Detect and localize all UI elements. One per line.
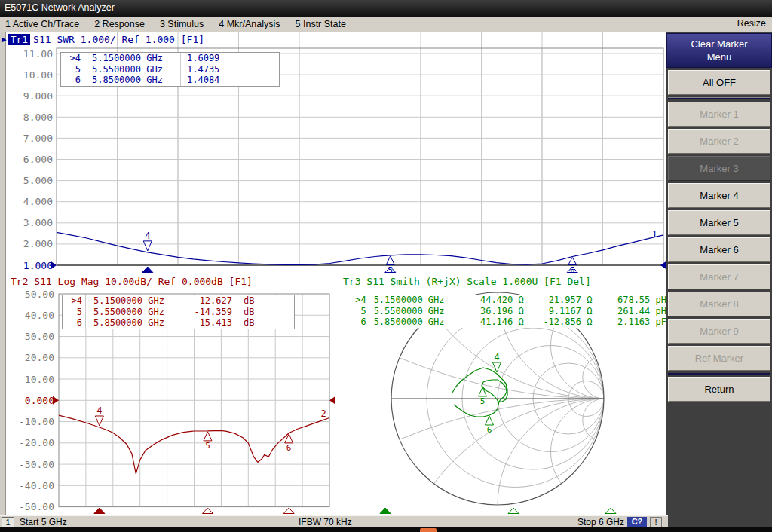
marker-cell: 1.4735 [180,64,219,75]
softkey-marker-8[interactable]: Marker 8 [668,292,770,316]
marker-cell: >4 [63,295,82,307]
taskbar-peek-icon [420,528,437,532]
marker-cell: 5.8500000 GHz [84,75,180,86]
softkey-separator [668,97,770,99]
tr1-title-row: ▶Tr1S11 SWR 1.000/ Ref 1.000 [F1] [2,34,204,45]
warning-indicator: ! [650,517,662,528]
softkey-marker-1[interactable]: Marker 1 [668,102,770,127]
marker-cell: -12.627 [182,295,232,307]
resize-button[interactable]: Resize [737,18,766,29]
softkey-title-line1: Clear Marker [667,38,771,50]
marker-cell: 5.5500000 GHz [366,306,460,317]
marker-cell: dB [237,317,254,329]
softkey-all-off[interactable]: All OFF [668,70,770,95]
marker-cell: 678.55 pH [592,295,666,306]
marker-cell: 5.5500000 GHz [84,64,180,75]
marker-cell: 6 [63,317,82,329]
title-bar: E5071C Network Analyzer [0,0,772,17]
marker-cell: 21.957 Ω [524,295,593,306]
marker-cell: >4 [347,295,366,306]
marker-cell: 9.1167 Ω [524,306,593,317]
menu-item-active-ch-trace[interactable]: 1 Active Ch/Trace [5,19,79,29]
marker-cell: dB [237,307,254,318]
marker-cell: 5 [61,64,81,75]
marker-cell: 44.420 Ω [460,295,524,306]
correction-badge: C? [627,517,647,527]
status-bar: 1 Start 5 GHz IFBW 70 kHz Stop 6 GHz C? … [0,515,668,528]
softkey-buttons: All OFFMarker 1Marker 2Marker 3Marker 4M… [668,68,770,402]
softkey-separator [668,373,770,375]
tr1-badge[interactable]: Tr1 [8,34,30,45]
marker-cell: 41.146 Ω [460,316,524,328]
tr1-title: S11 SWR 1.000/ Ref 1.000 [F1] [33,34,204,45]
marker-cell: dB [237,295,254,307]
softkey-marker-2[interactable]: Marker 2 [668,129,770,154]
channel-indicator: 1 [2,517,14,527]
menu-item-mkr-analysis[interactable]: 4 Mkr/Analysis [219,19,280,29]
marker-cell: 5.1500000 GHz [85,295,182,307]
softkey-marker-9[interactable]: Marker 9 [668,319,770,344]
marker-row: 55.5500000 GHz-14.359dB [63,307,294,318]
menu-item-response[interactable]: 2 Response [94,19,145,29]
marker-row: >45.1500000 GHz44.420 Ω21.957 Ω678.55 pH [347,295,666,306]
active-trace-arrow-icon: ▶ [2,35,7,44]
marker-cell: -14.359 [182,307,232,318]
menu-items: 1 Active Ch/Trace2 Response3 Stimulus4 M… [0,19,346,29]
softkey-ref-marker[interactable]: Ref Marker [668,346,770,371]
softkey-marker-4[interactable]: Marker 4 [668,183,770,208]
marker-cell: 5 [63,307,82,318]
marker-cell: 6 [61,75,81,86]
marker-cell: 5.1500000 GHz [366,295,460,306]
softkey-title-line2: Menu [667,50,771,63]
tr2-marker-table: >45.1500000 GHz-12.627dB55.5500000 GHz-1… [62,295,295,329]
marker-row: 65.8500000 GHz41.146 Ω-12.856 Ω2.1163 pF [347,316,666,328]
marker-cell: 1.4084 [180,75,219,86]
softkey-marker-6[interactable]: Marker 6 [668,237,770,262]
display-area [0,32,666,515]
tr3-marker-table: >45.1500000 GHz44.420 Ω21.957 Ω678.55 pH… [347,295,666,328]
marker-row: 65.8500000 GHz-15.413dB [63,317,294,329]
app-window: E5071C Network Analyzer 1 Active Ch/Trac… [0,0,772,532]
tr1-marker-table: >45.1500000 GHz1.609955.5500000 GHz1.473… [60,52,280,87]
softkey-return[interactable]: Return [668,377,770,402]
marker-cell: 1.6099 [180,53,219,64]
display-left-edge [0,32,6,515]
tr2-title: Tr2 S11 Log Mag 10.00dB/ Ref 0.000dB [F1… [11,276,253,287]
marker-row: 55.5500000 GHz1.4735 [61,64,279,75]
softkey-marker-7[interactable]: Marker 7 [668,264,770,289]
softkey-menu: Clear Marker Menu All OFFMarker 1Marker … [666,32,772,527]
window-title: E5071C Network Analyzer [5,2,115,13]
menu-item-instr-state[interactable]: 5 Instr State [296,19,346,29]
marker-cell: 5 [347,306,366,317]
marker-cell: 2.1163 pF [592,316,666,328]
start-frequency: Start 5 GHz [20,517,67,527]
marker-row: >45.1500000 GHz-12.627dB [63,295,294,307]
marker-cell: 6 [347,316,366,328]
tr3-title: Tr3 S11 Smith (R+jX) Scale 1.000U [F1 De… [343,276,591,287]
softkey-marker-3[interactable]: Marker 3 [668,156,770,181]
softkey-marker-5[interactable]: Marker 5 [668,210,770,235]
marker-cell: 5.8500000 GHz [366,316,460,328]
marker-cell: 5.1500000 GHz [84,53,180,64]
marker-cell: 36.196 Ω [460,306,524,317]
bottom-edge [0,527,772,532]
marker-cell: -15.413 [182,317,232,329]
marker-cell: 261.44 pH [592,306,666,317]
marker-cell: 5.5500000 GHz [85,307,182,318]
ifbw-readout: IFBW 70 kHz [299,517,352,527]
marker-row: 65.8500000 GHz1.4084 [61,75,279,86]
marker-row: >45.1500000 GHz1.6099 [61,53,279,64]
stop-frequency: Stop 6 GHz [577,517,624,527]
menu-bar: 1 Active Ch/Trace2 Response3 Stimulus4 M… [0,17,772,32]
marker-cell: >4 [61,53,81,64]
softkey-menu-title: Clear Marker Menu [666,33,772,68]
marker-cell: -12.856 Ω [524,316,593,328]
marker-row: 55.5500000 GHz36.196 Ω9.1167 Ω261.44 pH [347,306,666,317]
menu-item-stimulus[interactable]: 3 Stimulus [160,19,204,29]
marker-cell: 5.8500000 GHz [85,317,182,329]
